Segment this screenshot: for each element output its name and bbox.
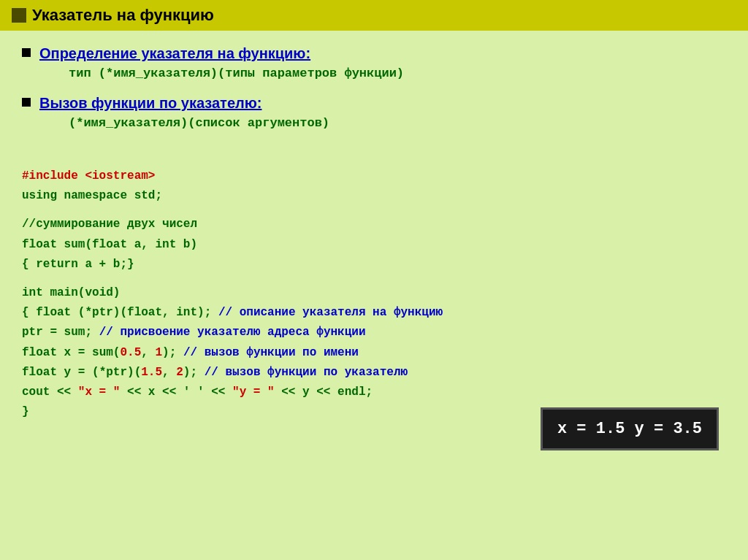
spacer1 [22, 206, 726, 215]
bullet-heading-1: Определение указателя на функцию: [39, 45, 404, 62]
code-block: #include <iostream> using namespace std;… [0, 159, 748, 429]
main-line5: cout << "x = " << x << ' ' << "y = " << … [22, 383, 726, 402]
main-line1: { float (*ptr)(float, int); // описание … [22, 303, 726, 323]
comment1-line: //суммирование двух чисел [22, 215, 726, 234]
main-line4-code: float y = (*ptr)(1.5, 2); [22, 366, 205, 379]
content-area: Определение указателя на функцию: тип (*… [0, 31, 748, 159]
bullet-content-2: Вызов функции по указателю: (*имя_указат… [39, 95, 329, 136]
main-comment3-text: // вызов функции по имени [183, 346, 359, 359]
bullet-item-2: Вызов функции по указателю: (*имя_указат… [22, 95, 726, 136]
slide: Указатель на функцию Определение указате… [0, 0, 748, 560]
main-close-text: } [22, 405, 29, 418]
func-def-line: float sum(float a, int b) [22, 235, 726, 255]
output-text: x = 1.5 y = 3.5 [557, 420, 702, 438]
title-icon [12, 8, 26, 23]
main-comment4-text: // вызов функции по указателю [205, 366, 408, 379]
output-box: x = 1.5 y = 3.5 [541, 407, 719, 450]
bullet-item-1: Определение указателя на функцию: тип (*… [22, 45, 726, 86]
main-line3: float x = sum(0.5, 1); // вызов функции … [22, 343, 726, 363]
bullet-heading-2: Вызов функции по указателю: [39, 95, 329, 112]
func-body-line: { return a + b;} [22, 255, 726, 275]
main-comment2-text: // присвоение указателю адреса функции [99, 326, 366, 339]
bullet-icon-1 [22, 48, 31, 57]
main-def-line: int main(void) [22, 283, 726, 303]
include-text: #include <iostream> [22, 169, 155, 183]
bullet-code-1: тип (*имя_указателя)(типы параметров фун… [69, 66, 404, 80]
func-def-text: float sum(float a, int b) [22, 238, 197, 251]
spacer2 [22, 275, 726, 283]
main-comment1-text: // описание указателя на функцию [218, 306, 443, 319]
main-line2-code: ptr = sum; [22, 326, 99, 339]
main-line1-code: { float (*ptr)(float, int); [22, 306, 218, 319]
bullet-content-1: Определение указателя на функцию: тип (*… [39, 45, 404, 86]
using-line: using namespace std; [22, 186, 726, 206]
main-line2: ptr = sum; // присвоение указателю адрес… [22, 323, 726, 342]
comment1-text: //суммирование двух чисел [22, 218, 197, 231]
main-line4: float y = (*ptr)(1.5, 2); // вызов функц… [22, 363, 726, 383]
using-text: using namespace std; [22, 189, 162, 202]
bullet-code-2: (*имя_указателя)(список аргументов) [69, 116, 329, 130]
main-def-text: int main(void) [22, 286, 120, 299]
bullet-icon-2 [22, 98, 31, 107]
slide-title: Указатель на функцию [32, 6, 214, 25]
title-bar: Указатель на функцию [0, 0, 748, 31]
include-line: #include <iostream> [22, 166, 726, 186]
main-line5-code: cout << "x = " << x << ' ' << "y = " << … [22, 386, 373, 399]
func-body-text: { return a + b;} [22, 258, 134, 271]
main-line3-code: float x = sum(0.5, 1); [22, 346, 183, 359]
